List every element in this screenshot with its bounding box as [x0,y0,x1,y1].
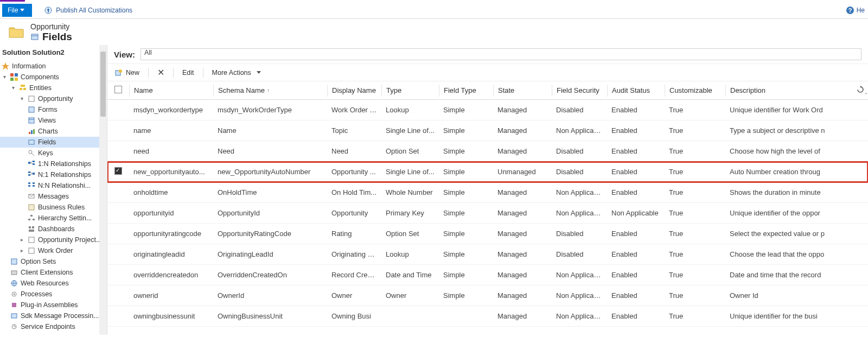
table-row[interactable]: nameNameTopicSingle Line of...SimpleMana… [107,120,868,141]
svg-rect-45 [29,248,34,253]
tree-n1-rel[interactable]: N:1 Relationships [0,169,107,180]
col-fieldtype[interactable]: Field Type [439,85,493,97]
col-type[interactable]: Type [381,85,439,97]
table-row[interactable]: needNeedNeedOption SetSimpleManagedDisab… [107,141,868,162]
tree-opportunity[interactable]: ▾Opportunity [0,93,107,104]
cell-audit: Enabled [607,106,665,114]
rules-icon [27,203,36,212]
table-row[interactable]: originatingleadidOriginatingLeadIdOrigin… [107,244,868,265]
col-customizable[interactable]: Customizable [665,85,725,97]
svg-line-26 [30,163,33,164]
col-description[interactable]: Description [725,85,852,97]
cell-display: Owning Busi [327,312,381,320]
tree-hierarchy[interactable]: Hierarchy Settin... [0,213,107,224]
tree-work-order[interactable]: ▸Work Order [0,245,107,256]
expand-icon[interactable]: ▸ [18,235,25,245]
table-row[interactable]: onholdtimeOnHoldTimeOn Hold Tim...Whole … [107,182,868,203]
cell-description: Unique identifier for the busi [725,312,852,320]
col-schema[interactable]: Schema Name ↑ [213,85,327,97]
view-select[interactable]: All [141,48,861,60]
svg-rect-6 [15,73,18,77]
tree-scrollbar[interactable] [99,45,107,335]
select-all-checkbox[interactable] [114,86,122,93]
cell-name: msdyn_workordertype [129,106,213,114]
cell-fieldsecurity: Disabled [552,250,607,258]
entity-icon [27,94,36,103]
tree-processes[interactable]: Processes [0,289,107,300]
refresh-button[interactable] [852,85,868,96]
expand-icon[interactable]: ▸ [18,246,25,256]
cell-display: Opportunity ... [327,168,381,176]
cell-display: Originating L... [327,250,381,258]
breadcrumb: Opportunity [30,22,72,31]
file-menu[interactable]: File [2,4,32,17]
svg-rect-16 [29,132,30,134]
cell-display: Topic [327,126,381,135]
page-header: Opportunity Fields [0,19,868,45]
collapse-icon[interactable]: ▾ [10,83,16,93]
tree-svc-endpoints[interactable]: Service Endpoints [0,321,107,332]
tree-plugin[interactable]: Plug-in Assemblies [0,300,107,310]
table-row[interactable]: opportunityratingcodeOpportunityRatingCo… [107,224,868,244]
view-bar: View: All [107,45,868,63]
solution-title: Solution Solution2 [0,45,107,61]
cell-schema: OnHoldTime [213,188,327,196]
svg-line-30 [30,172,33,174]
col-audit[interactable]: Audit Status [607,85,665,97]
table-row[interactable]: owningbusinessunitOwningBusinessUnitOwni… [107,306,868,327]
tree-messages[interactable]: Messages [0,191,107,202]
cell-type: Owner [381,291,439,300]
col-fieldsecurity[interactable]: Field Security [552,85,607,97]
new-button[interactable]: New [114,68,139,77]
tree-client-ext[interactable]: Client Extensions [0,267,107,278]
col-display[interactable]: Display Name [327,85,381,97]
tree-forms[interactable]: Forms [0,104,107,115]
cell-customizable: True [665,106,725,114]
tree-dashboards[interactable]: Dashboards [0,224,107,234]
scroll-thumb[interactable] [100,52,106,117]
more-actions-menu[interactable]: More Actions [212,69,261,77]
entities-icon [18,84,27,92]
entity-icon [27,246,36,255]
tree-keys[interactable]: Keys [0,148,107,158]
tree-sdk[interactable]: Sdk Message Processin... [0,310,107,321]
tree-business-rules[interactable]: Business Rules [0,202,107,213]
tree-1n-rel[interactable]: 1:N Relationships [0,158,107,169]
ribbon: File Publish All Customizations ? He [0,2,868,19]
table-row[interactable]: owneridOwnerIdOwnerOwnerSimpleManagedNon… [107,285,868,306]
col-checkbox[interactable] [107,86,129,95]
delete-button[interactable]: ✕ [157,67,164,78]
cell-state: Unmanaged [493,168,552,176]
svg-rect-53 [12,303,16,307]
collapse-icon[interactable]: ▾ [18,94,25,104]
publish-all-button[interactable]: Publish All Customizations [44,6,132,15]
tree-information[interactable]: Information [0,61,107,72]
tree-fields[interactable]: Fields [0,137,107,148]
col-state[interactable]: State [493,85,552,97]
help-button[interactable]: ? He [846,6,865,15]
row-checkbox[interactable] [107,167,129,176]
tree-web-resources[interactable]: Web Resources [0,278,107,289]
cell-fieldsecurity: Disabled [552,168,607,176]
table-row[interactable]: overriddencreatedonOverriddenCreatedOnRe… [107,265,868,285]
tree-charts[interactable]: Charts [0,126,107,137]
tree-entities[interactable]: ▾Entities [0,82,107,93]
tree-views[interactable]: Views [0,115,107,126]
table-row[interactable]: msdyn_workordertypemsdyn_WorkOrderTypeWo… [107,100,868,120]
col-name[interactable]: Name [129,85,213,97]
tree-opp-project[interactable]: ▸Opportunity Project... [0,234,107,245]
tree-components[interactable]: ▾Components [0,72,107,82]
tree-nn-rel[interactable]: N:N Relationshi... [0,180,107,191]
edit-button[interactable]: Edit [182,69,194,77]
cell-state: Managed [493,188,552,196]
svg-rect-13 [29,107,34,112]
collapse-icon[interactable]: ▾ [1,72,8,82]
processes-icon [10,290,18,298]
table-row[interactable]: new_opportunityauto...new_OpportunityAut… [107,162,868,182]
cell-description: Unique identifier of the oppor [725,209,852,217]
cell-schema: OwnerId [213,291,327,300]
table-row[interactable]: opportunityidOpportunityIdOpportunityPri… [107,203,868,224]
checkbox-icon[interactable] [114,167,122,175]
tree-option-sets[interactable]: Option Sets [0,256,107,267]
svg-rect-38 [30,215,33,217]
